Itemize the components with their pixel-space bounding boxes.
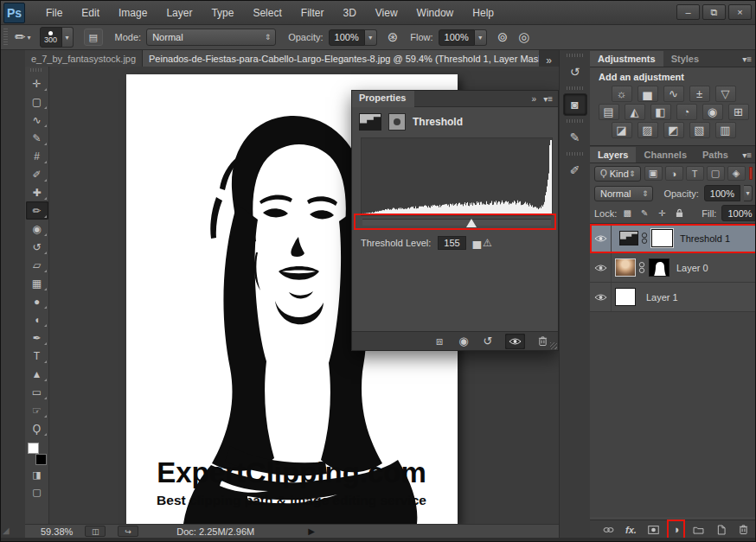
- blend-mode-select[interactable]: Normal: [146, 29, 276, 46]
- tool-preset-arrow-icon[interactable]: ▾: [28, 34, 31, 41]
- options-drag-handle[interactable]: [3, 29, 8, 46]
- brush-preview[interactable]: 300: [40, 27, 62, 48]
- panel-menu-icon[interactable]: ▾≡: [543, 94, 553, 104]
- levels-button[interactable]: ▅: [637, 86, 658, 102]
- history-brush-tool[interactable]: ↺: [26, 238, 48, 256]
- eraser-tool[interactable]: ▱: [26, 256, 48, 274]
- preview-toggle-icon[interactable]: ◫: [85, 526, 106, 537]
- tool-presets-panel-button[interactable]: ✐: [563, 159, 587, 182]
- layer-style-button[interactable]: fx.: [624, 521, 638, 538]
- path-selection-tool[interactable]: ▲: [26, 365, 48, 383]
- tab-styles[interactable]: Styles: [663, 51, 707, 67]
- brush-picker-arrow[interactable]: ▾: [62, 27, 74, 48]
- restore-button[interactable]: ⧉: [702, 4, 726, 20]
- lock-all-button[interactable]: [672, 207, 686, 220]
- layer-filter-toggle[interactable]: [749, 167, 753, 180]
- lock-image-pixels-button[interactable]: ✎: [637, 207, 651, 220]
- zoom-tool[interactable]: Ϙ: [26, 419, 48, 437]
- flow-input[interactable]: 100%: [439, 29, 475, 46]
- link-mask-icon[interactable]: [638, 261, 645, 274]
- dock-drag-handle[interactable]: [567, 86, 583, 90]
- panel-menu-icon[interactable]: ▾≡: [737, 52, 756, 67]
- layer-row-layer-0[interactable]: Layer 0: [590, 253, 756, 283]
- menu-help[interactable]: Help: [464, 3, 503, 22]
- flow-dropdown-arrow[interactable]: ▾: [475, 29, 487, 46]
- brightness-contrast-button[interactable]: ☼: [612, 86, 632, 102]
- menu-select[interactable]: Select: [244, 3, 290, 22]
- properties-tab[interactable]: Properties: [352, 91, 414, 107]
- new-adjustment-layer-button[interactable]: ◑: [669, 521, 683, 538]
- document-tab-active[interactable]: Peinados-de-Fiestas-para-Cabello-Largo-E…: [143, 50, 539, 67]
- delete-layer-button[interactable]: [736, 521, 751, 538]
- photo-filter-button[interactable]: ◔: [676, 104, 697, 120]
- healing-brush-tool[interactable]: ✚: [26, 183, 48, 201]
- layer-blend-mode-select[interactable]: Normal: [594, 186, 653, 201]
- airbrush-icon[interactable]: ⊚: [497, 29, 509, 45]
- visibility-toggle[interactable]: [590, 253, 612, 282]
- share-icon[interactable]: ↪: [118, 526, 138, 537]
- gradient-map-button[interactable]: ▧: [689, 122, 710, 138]
- resize-grip-icon[interactable]: ◢: [3, 526, 10, 535]
- lasso-tool[interactable]: ∿: [26, 111, 48, 129]
- threshold-button[interactable]: ◩: [663, 122, 684, 138]
- layer-opacity-input[interactable]: 100%: [704, 185, 740, 201]
- hue-saturation-button[interactable]: ▤: [599, 104, 619, 120]
- panel-menu-icon[interactable]: ▾≡: [737, 148, 756, 163]
- minimize-button[interactable]: –: [676, 4, 700, 20]
- blur-tool[interactable]: ●: [26, 292, 48, 310]
- new-group-button[interactable]: [691, 521, 706, 538]
- shape-tool[interactable]: ▭: [26, 383, 48, 401]
- layer-filter-kind-select[interactable]: Ϙ Kind: [594, 166, 641, 182]
- tools-drag-handle[interactable]: [30, 68, 43, 72]
- add-layer-mask-button[interactable]: [646, 521, 661, 538]
- screen-mode-button[interactable]: ▢: [26, 484, 48, 500]
- opacity-dropdown-arrow[interactable]: ▾: [365, 29, 377, 46]
- dodge-tool[interactable]: ◖: [26, 310, 48, 328]
- brush-presets-panel-button[interactable]: ✎: [563, 126, 587, 149]
- layer-mask-thumbnail[interactable]: [649, 258, 670, 277]
- link-layers-button[interactable]: [601, 521, 616, 538]
- posterize-button[interactable]: ▨: [637, 122, 658, 138]
- opacity-pressure-icon[interactable]: ⊛: [388, 29, 399, 45]
- mask-badge-icon[interactable]: [388, 113, 406, 131]
- filter-type-layers-button[interactable]: T: [686, 166, 704, 181]
- panel-resize-grip[interactable]: [550, 342, 557, 349]
- tab-adjustments[interactable]: Adjustments: [590, 51, 663, 67]
- brush-tool[interactable]: ✏: [26, 201, 48, 220]
- crop-tool[interactable]: #: [26, 147, 48, 165]
- tab-paths[interactable]: Paths: [695, 147, 736, 163]
- layer-name[interactable]: Layer 1: [646, 292, 678, 303]
- opacity-input[interactable]: 100%: [329, 29, 365, 46]
- new-layer-button[interactable]: [714, 521, 728, 538]
- type-tool[interactable]: T: [26, 347, 48, 365]
- layer-name[interactable]: Layer 0: [676, 263, 708, 273]
- lock-transparent-pixels-button[interactable]: ▩: [620, 207, 634, 220]
- background-color-swatch[interactable]: [35, 454, 47, 465]
- brush-pressure-icon[interactable]: ◎: [518, 29, 529, 45]
- menu-view[interactable]: View: [367, 3, 407, 22]
- menu-3d[interactable]: 3D: [334, 3, 364, 22]
- lock-position-button[interactable]: ✛: [655, 207, 669, 220]
- toggle-brush-panel-button[interactable]: ▤: [84, 29, 103, 46]
- status-menu-arrow-icon[interactable]: ▶: [308, 526, 315, 536]
- invert-button[interactable]: ◪: [612, 122, 632, 138]
- visibility-toggle[interactable]: [590, 224, 612, 252]
- brush-tool-icon[interactable]: ✏: [15, 29, 26, 45]
- color-swatches[interactable]: [28, 443, 47, 465]
- layer-thumbnail[interactable]: [615, 288, 636, 306]
- selective-color-button[interactable]: ▥: [715, 122, 736, 138]
- menu-layer[interactable]: Layer: [157, 3, 201, 22]
- layer-fill-input[interactable]: 100%: [721, 205, 756, 221]
- tab-channels[interactable]: Channels: [636, 147, 695, 163]
- clip-to-layer-button[interactable]: ⧈: [432, 334, 446, 349]
- foreground-color-swatch[interactable]: [28, 443, 39, 454]
- link-mask-icon[interactable]: [641, 232, 648, 245]
- document-tab-inactive[interactable]: e_7_by_fantasystock.jpg ×: [25, 50, 143, 67]
- menu-type[interactable]: Type: [202, 3, 242, 22]
- dock-drag-handle[interactable]: [567, 119, 583, 123]
- curves-button[interactable]: ∿: [663, 86, 684, 102]
- visibility-toggle[interactable]: [590, 283, 612, 311]
- marquee-tool[interactable]: ▢: [26, 92, 48, 111]
- exposure-button[interactable]: ±: [689, 86, 710, 102]
- threshold-slider-track[interactable]: [362, 219, 551, 226]
